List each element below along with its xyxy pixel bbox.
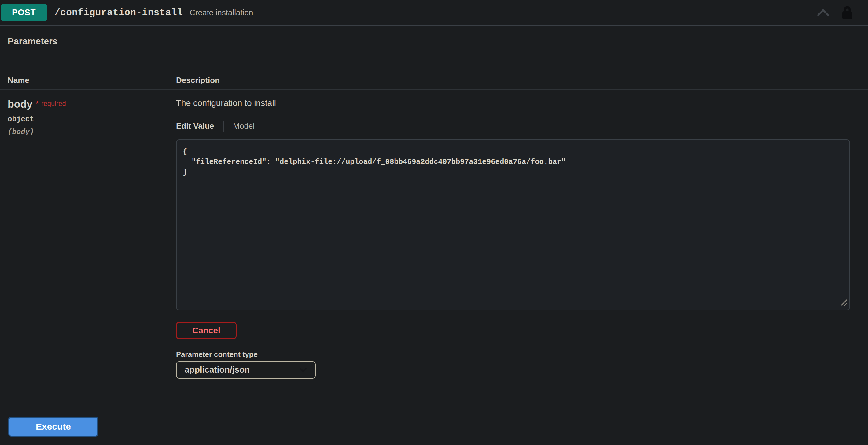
parameters-table-header: Name Description: [0, 76, 868, 90]
column-header-description: Description: [176, 76, 850, 85]
tab-edit-value[interactable]: Edit Value: [176, 122, 214, 131]
parameter-type: object: [8, 115, 176, 124]
parameter-name: body: [8, 98, 32, 110]
parameters-title: Parameters: [0, 26, 868, 56]
parameter-row: body*required object (body) The configur…: [0, 90, 868, 378]
body-editor: { "fileReferenceId": "delphix-file://upl…: [176, 140, 850, 310]
cancel-button[interactable]: Cancel: [176, 322, 237, 339]
http-method-badge: POST: [1, 4, 47, 21]
content-type-value: application/json: [185, 365, 250, 375]
value-model-tabs: Edit Value Model: [176, 121, 850, 131]
topbar-icons: [816, 5, 853, 20]
parameter-description-cell: The configuration to install Edit Value …: [176, 98, 850, 378]
parameter-description: The configuration to install: [176, 98, 850, 108]
operation-summary: Create installation: [189, 8, 253, 18]
operation-summary-bar[interactable]: POST /configuration-install Create insta…: [0, 0, 868, 26]
body-value-textarea[interactable]: { "fileReferenceId": "delphix-file://upl…: [176, 140, 850, 310]
lock-icon: [841, 5, 853, 20]
collapse-button[interactable]: [816, 8, 830, 17]
authorize-button[interactable]: [841, 5, 853, 20]
resize-handle-icon[interactable]: [840, 298, 848, 308]
tab-separator: [223, 121, 224, 131]
parameter-location: (body): [8, 128, 176, 137]
swagger-operation-panel: POST /configuration-install Create insta…: [0, 0, 868, 445]
endpoint-path: /configuration-install: [54, 7, 183, 18]
tab-model[interactable]: Model: [233, 122, 255, 131]
required-label: required: [41, 100, 66, 107]
content-type-select[interactable]: application/json: [176, 361, 316, 379]
content-type-label: Parameter content type: [176, 350, 850, 359]
chevron-up-icon: [816, 8, 830, 17]
column-header-name: Name: [8, 76, 176, 85]
execute-button[interactable]: Execute: [8, 417, 98, 437]
parameter-name-cell: body*required object (body): [8, 98, 176, 378]
required-asterisk: *: [35, 99, 39, 108]
chevron-down-icon: [299, 367, 308, 373]
